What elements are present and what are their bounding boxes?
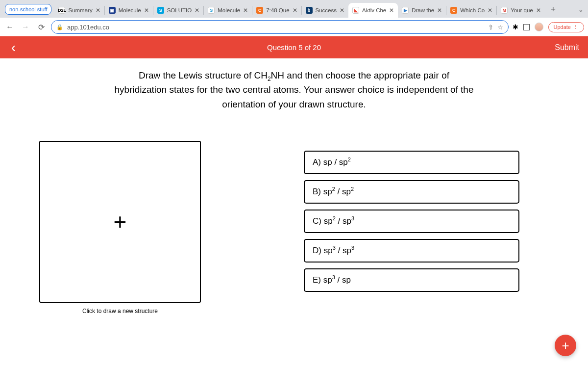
tab-title: Molecule: [119, 7, 141, 13]
tab-which-co[interactable]: CWhich Co✕: [446, 3, 496, 18]
back-button[interactable]: ←: [4, 21, 16, 33]
close-icon[interactable]: ✕: [293, 7, 297, 14]
favicon: S: [208, 7, 215, 14]
answer-option-c[interactable]: C) sp2 / sp3: [304, 210, 519, 233]
tab-aktiv-che[interactable]: ◣Aktiv Che✕: [348, 3, 398, 18]
close-icon[interactable]: ✕: [144, 7, 149, 14]
panel-icon[interactable]: [523, 24, 530, 30]
structure-draw-area[interactable]: +: [39, 141, 201, 303]
question-counter: Question 5 of 20: [267, 43, 321, 52]
tab-title: Summary: [68, 7, 92, 13]
tab-molecule[interactable]: SMolecule✕: [204, 3, 252, 18]
answer-option-d[interactable]: D) sp3 / sp3: [304, 239, 519, 263]
tab-molecule[interactable]: ▣Molecule✕: [105, 3, 153, 18]
plus-icon: +: [114, 210, 127, 233]
answer-option-e[interactable]: E) sp3 / sp: [304, 268, 519, 292]
close-icon[interactable]: ✕: [437, 7, 442, 14]
submit-button[interactable]: Submit: [555, 43, 579, 52]
favicon: D2L: [58, 7, 65, 14]
share-icon[interactable]: ⇧: [488, 24, 493, 31]
favicon: C: [256, 7, 263, 14]
tab-group-button[interactable]: non-school stuff: [5, 4, 51, 15]
new-tab-button[interactable]: +: [547, 3, 560, 16]
url-text: app.101edu.co: [67, 24, 484, 31]
forward-button[interactable]: →: [20, 21, 31, 33]
tab-title: Aktiv Che: [362, 7, 386, 13]
lock-icon: 🔒: [56, 24, 63, 30]
favicon: ▣: [109, 7, 116, 14]
favicon: C: [450, 7, 457, 14]
tab-title: Molecule: [218, 7, 240, 13]
close-icon[interactable]: ✕: [96, 7, 100, 14]
address-bar[interactable]: 🔒 app.101edu.co ⇧ ☆: [51, 20, 509, 34]
favicon: ▶: [402, 7, 409, 14]
tab-solutio[interactable]: SSOLUTIO✕: [153, 3, 203, 18]
extensions-icon[interactable]: ✱: [513, 23, 518, 31]
browser-toolbar: ← → ⟳ 🔒 app.101edu.co ⇧ ☆ ✱ Update⋮: [0, 18, 588, 36]
question-back-button[interactable]: ‹: [0, 36, 27, 58]
bookmark-icon[interactable]: ☆: [497, 24, 503, 31]
tab-title: Which Co: [460, 7, 485, 13]
tab-success[interactable]: bSuccess✕: [302, 3, 348, 18]
close-icon[interactable]: ✕: [389, 7, 394, 14]
favicon: ◣: [352, 7, 359, 14]
favicon: b: [306, 7, 313, 14]
close-icon[interactable]: ✕: [243, 7, 248, 14]
question-header: ‹ Question 5 of 20 Submit: [0, 36, 588, 58]
favicon: M: [501, 7, 508, 14]
tab-strip: non-school stuff D2LSummary✕▣Molecule✕SS…: [0, 0, 588, 18]
answer-options: A) sp / sp2B) sp2 / sp2C) sp2 / sp3D) sp…: [304, 151, 519, 315]
close-icon[interactable]: ✕: [340, 7, 344, 14]
profile-avatar[interactable]: [535, 23, 543, 31]
draw-caption: Click to draw a new structure: [39, 308, 201, 315]
tab-title: Your que: [511, 7, 533, 13]
tab-title: Success: [316, 7, 337, 13]
reload-button[interactable]: ⟳: [35, 21, 47, 33]
tab-draw-the[interactable]: ▶Draw the✕: [398, 3, 446, 18]
tab-title: Draw the: [412, 7, 434, 13]
tab-7-48-que[interactable]: C7:48 Que✕: [252, 3, 301, 18]
question-text: Draw the Lewis structure of CH2NH and th…: [113, 68, 475, 111]
favicon: S: [157, 7, 164, 14]
answer-option-a[interactable]: A) sp / sp2: [304, 151, 519, 174]
tabs-dropdown-button[interactable]: ⌄: [575, 3, 586, 16]
tab-title: 7:48 Que: [266, 7, 289, 13]
question-content: Draw the Lewis structure of CH2NH and th…: [0, 58, 588, 315]
close-icon[interactable]: ✕: [195, 7, 199, 14]
add-fab-button[interactable]: +: [555, 335, 576, 356]
tab-title: SOLUTIO: [167, 7, 192, 13]
answer-option-b[interactable]: B) sp2 / sp2: [304, 180, 519, 204]
close-icon[interactable]: ✕: [536, 7, 541, 14]
tab-your-que[interactable]: MYour que✕: [497, 3, 545, 18]
close-icon[interactable]: ✕: [488, 7, 492, 14]
tab-summary[interactable]: D2LSummary✕: [54, 3, 104, 18]
update-button[interactable]: Update⋮: [548, 22, 584, 32]
